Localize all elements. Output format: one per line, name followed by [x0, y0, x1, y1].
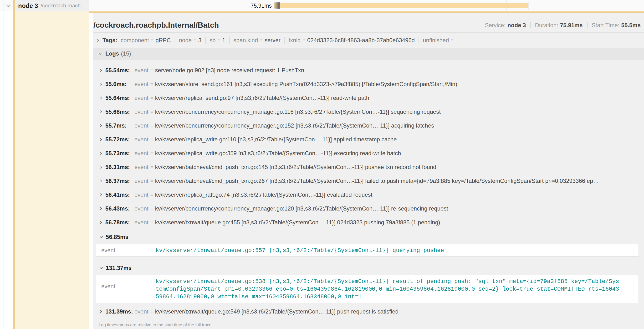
- equals-sign: =: [194, 38, 196, 43]
- log-entry-row[interactable]: 56.43ms:event=kv/kvserver/concurrency/co…: [99, 202, 641, 216]
- meta-separator: [530, 22, 530, 28]
- chevron-right-icon: [99, 193, 103, 197]
- log-entry-row[interactable]: 55.68ms:event=kv/kvserver/concurrency/co…: [99, 105, 641, 119]
- log-entry-row[interactable]: 56.41ms:event=kv/kvserver/replica_raft.g…: [99, 188, 641, 202]
- log-timestamp: 56.85ms: [106, 234, 128, 240]
- span-service-name: node 3: [18, 2, 38, 10]
- equals-sign: =: [150, 309, 153, 314]
- tag-separator: [205, 37, 206, 44]
- log-timestamp: 131.37ms: [106, 265, 132, 271]
- log-marker-tick: [276, 2, 276, 9]
- span-operation-name: /cockroach.roach…: [41, 2, 86, 9]
- tag-separator: [284, 37, 285, 44]
- collapse-span-chevron-icon[interactable]: [5, 3, 11, 8]
- log-marker-tick-end: [528, 2, 528, 10]
- log-field-value: kv/kvserver/replica_write.go:359 [n3,s3,…: [155, 150, 641, 157]
- equals-sign: =: [151, 38, 154, 43]
- log-field-value: kv/kvserver/concurrency/concurrency_mana…: [155, 205, 641, 212]
- span-duration-bar[interactable]: [274, 3, 528, 8]
- equals-sign: =: [260, 38, 263, 43]
- service-value: node 3: [508, 22, 526, 28]
- log-field-key: event: [134, 95, 148, 101]
- logs-accordion-header[interactable]: Logs (15): [93, 48, 644, 60]
- tag-key: sb: [210, 37, 216, 44]
- log-entry-row[interactable]: 131.39ms: event = kv/kvserver/txnwait/qu…: [99, 305, 641, 318]
- log-field-key: event: [134, 164, 148, 170]
- equals-sign: =: [150, 68, 153, 73]
- equals-sign: =: [150, 220, 153, 225]
- log-entry-row[interactable]: 55.54ms:event=server/node.go:902 [n3] no…: [99, 64, 641, 77]
- log-field-key: event: [134, 219, 148, 226]
- log-field-value: kv/kvserver/txnwait/queue.go:538 [n3,s3,…: [156, 278, 628, 301]
- log-timestamp: 55.64ms:: [105, 95, 134, 101]
- log-field-key: event: [134, 108, 148, 115]
- chevron-right-icon: [99, 137, 103, 142]
- log-entry-row[interactable]: 55.6ms:event=kv/kvserver/store_send.go:1…: [99, 77, 641, 91]
- log-entry-row[interactable]: 56.31ms:event=kv/kvserver/batcheval/cmd_…: [99, 160, 641, 174]
- log-entry-row[interactable]: 55.64ms:event=kv/kvserver/replica_send.g…: [99, 91, 641, 105]
- tag-key: txnid: [289, 37, 301, 44]
- log-marker-tick: [278, 2, 279, 9]
- tag-key: span.kind: [234, 37, 258, 44]
- log-field-key: event: [134, 192, 148, 198]
- log-entry-row[interactable]: 55.73ms:event=kv/kvserver/replica_write.…: [99, 146, 641, 160]
- log-timestamp: 55.6ms:: [105, 81, 134, 88]
- chevron-right-icon: [99, 310, 103, 314]
- span-name-cell[interactable]: node 3 /cockroach.roach…: [13, 0, 89, 12]
- log-field-key: event: [134, 81, 148, 88]
- equals-sign: =: [150, 206, 153, 212]
- tag-item: unfinished=: [423, 37, 456, 44]
- tags-accordion-header[interactable]: Tags: component=gRPCnode=3sb=1span.kind=…: [93, 33, 644, 48]
- tag-value: 024d3323-6c8f-4863-aa8b-37ab0e63496d: [307, 37, 415, 44]
- log-field-value: kv/kvserver/txnwait/queue.go:455 [n3,s3,…: [155, 219, 641, 226]
- logs-footer-text: Log timestamps are relative to the start…: [99, 322, 212, 328]
- log-timestamp: 56.37ms:: [105, 178, 134, 184]
- log-timestamp: 55.7ms:: [105, 122, 134, 129]
- log-entry-row[interactable]: 56.78ms:event=kv/kvserver/txnwait/queue.…: [99, 216, 641, 229]
- equals-sign: =: [150, 178, 153, 184]
- chevron-down-icon: [98, 51, 102, 56]
- tags-label: Tags:: [102, 37, 117, 44]
- log-marker-tick: [278, 2, 278, 9]
- log-entry-row[interactable]: 55.72ms:event=kv/kvserver/replica_write.…: [99, 132, 641, 146]
- tag-key: unfinished: [423, 37, 449, 44]
- tag-value: server: [264, 37, 280, 44]
- equals-sign: =: [218, 38, 220, 43]
- log-entry-row[interactable]: 56.37ms:event=kv/kvserver/batcheval/cmd_…: [99, 174, 641, 188]
- span-detail-header: /cockroach.roachpb.Internal/Batch Servic…: [93, 13, 644, 33]
- log-field-key: event: [134, 122, 148, 129]
- equals-sign: =: [451, 38, 454, 43]
- chevron-right-icon: [99, 220, 103, 224]
- tag-key: node: [179, 37, 192, 44]
- tag-value: 1: [222, 37, 225, 44]
- log-field-value: server/node.go:902 [n3] node received re…: [155, 67, 641, 74]
- log-entry-expanded-header[interactable]: 131.37ms: [99, 263, 641, 273]
- log-marker-tick: [274, 2, 275, 9]
- log-field-value: kv/kvserver/concurrency/concurrency_mana…: [155, 108, 641, 115]
- log-field-value: kv/kvserver/batcheval/cmd_push_txn.go:26…: [155, 178, 641, 184]
- chevron-right-icon: [99, 179, 103, 183]
- log-field-key: event: [134, 178, 148, 184]
- log-timestamp: 56.78ms:: [105, 219, 134, 226]
- log-entry-row[interactable]: 55.7ms:event=kv/kvserver/concurrency/con…: [99, 119, 641, 132]
- log-timestamp: 55.54ms:: [105, 67, 134, 74]
- log-timestamp: 55.72ms:: [105, 136, 134, 143]
- chevron-down-icon: [99, 235, 104, 239]
- span-meta: Service: node 3 Duration: 75.91ms Start …: [485, 22, 641, 30]
- log-marker-tick: [279, 2, 280, 9]
- log-entry-expanded-header[interactable]: 56.85ms: [99, 232, 641, 242]
- chevron-right-icon: [99, 96, 103, 100]
- logs-count: (15): [121, 50, 131, 57]
- tag-item: sb=1: [210, 37, 225, 44]
- logs-footer: Log timestamps are relative to the start…: [99, 320, 641, 329]
- tag-item: node=3: [179, 37, 202, 44]
- equals-sign: =: [150, 95, 153, 101]
- log-field-key: event: [101, 278, 156, 301]
- log-field-value: kv/kvserver/store_send.go:161 [n3,s3] ex…: [155, 81, 641, 88]
- chevron-right-icon: [99, 110, 103, 114]
- start-time-label: Start Time:: [592, 22, 620, 28]
- log-timestamp: 56.43ms:: [105, 205, 134, 212]
- tag-item: span.kind=server: [234, 37, 280, 44]
- log-fields-table: event kv/kvserver/txnwait/queue.go:557 […: [96, 244, 639, 256]
- log-field-value: kv/kvserver/replica_raft.go:74 [n3,s3,r6…: [155, 192, 641, 198]
